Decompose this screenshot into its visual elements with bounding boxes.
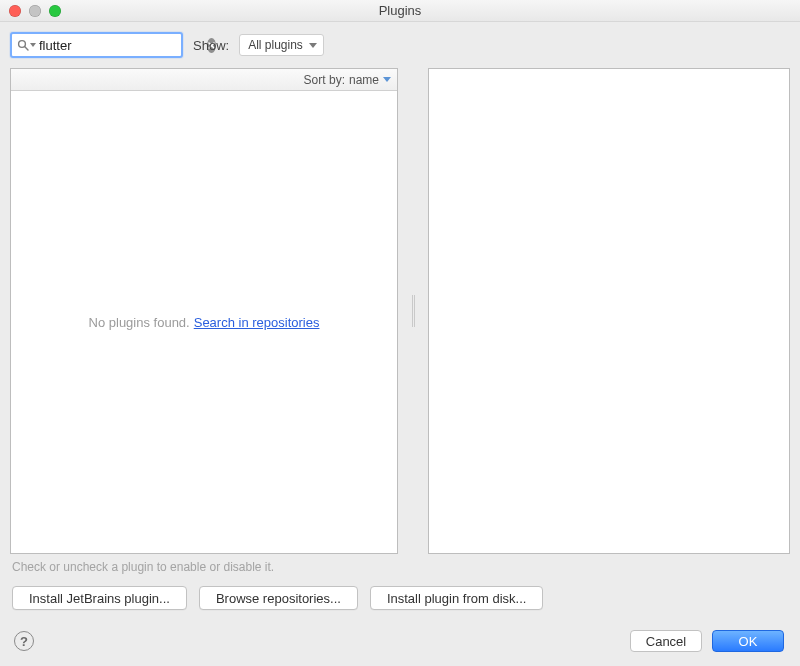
hint-text: Check or uncheck a plugin to enable or d… — [0, 554, 800, 576]
dialog-footer: ? Cancel OK — [0, 614, 800, 666]
empty-state: No plugins found. Search in repositories — [11, 91, 397, 553]
show-label: Show: — [193, 38, 229, 53]
svg-line-1 — [25, 47, 28, 50]
close-icon[interactable] — [9, 5, 21, 17]
ok-button[interactable]: OK — [712, 630, 784, 652]
search-input[interactable] — [39, 38, 207, 53]
search-field[interactable] — [10, 32, 183, 58]
install-from-disk-button[interactable]: Install plugin from disk... — [370, 586, 543, 610]
browse-repositories-button[interactable]: Browse repositories... — [199, 586, 358, 610]
titlebar: Plugins — [0, 0, 800, 22]
search-in-repositories-link[interactable]: Search in repositories — [194, 315, 320, 330]
search-toolbar: Show: All plugins — [0, 22, 800, 68]
search-icon — [17, 38, 29, 52]
chevron-down-icon — [309, 43, 317, 48]
show-filter-value: All plugins — [248, 38, 303, 52]
sort-by-value: name — [349, 73, 379, 87]
chevron-down-icon — [383, 77, 391, 82]
minimize-icon[interactable] — [29, 5, 41, 17]
split-handle[interactable] — [410, 68, 416, 554]
show-filter-select[interactable]: All plugins — [239, 34, 324, 56]
zoom-icon[interactable] — [49, 5, 61, 17]
plugin-list-pane: Sort by: name No plugins found. Search i… — [10, 68, 398, 554]
search-history-chevron-icon[interactable] — [30, 43, 36, 47]
plugin-details-pane — [428, 68, 790, 554]
help-icon[interactable]: ? — [14, 631, 34, 651]
window-controls — [9, 5, 61, 17]
plugins-dialog: Plugins Show: All plugins Sort by: name — [0, 0, 800, 666]
sort-bar[interactable]: Sort by: name — [11, 69, 397, 91]
empty-text: No plugins found. — [89, 315, 190, 330]
window-title: Plugins — [0, 3, 800, 18]
cancel-button[interactable]: Cancel — [630, 630, 702, 652]
action-buttons-row: Install JetBrains plugin... Browse repos… — [0, 576, 800, 614]
content-panes: Sort by: name No plugins found. Search i… — [0, 68, 800, 554]
sort-by-label: Sort by: — [304, 73, 345, 87]
install-jetbrains-plugin-button[interactable]: Install JetBrains plugin... — [12, 586, 187, 610]
